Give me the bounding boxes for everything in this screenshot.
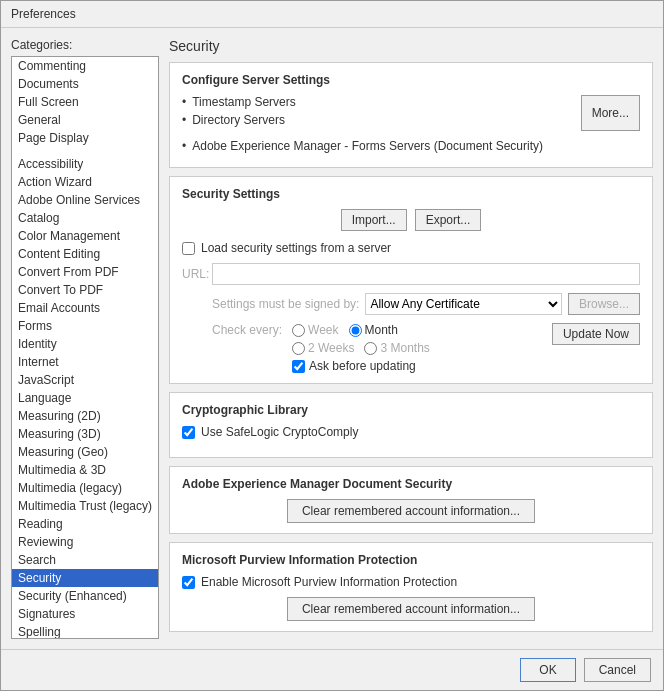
categories-label: Categories:	[11, 38, 159, 52]
export-button[interactable]: Export...	[415, 209, 482, 231]
sidebar-item-internet[interactable]: Internet	[12, 353, 158, 371]
dialog-footer: OK Cancel	[1, 649, 663, 690]
sidebar-item-reading[interactable]: Reading	[12, 515, 158, 533]
sidebar-item-measuringgeo[interactable]: Measuring (Geo)	[12, 443, 158, 461]
sidebar-item-javascript[interactable]: JavaScript	[12, 371, 158, 389]
sidebar-item-forms[interactable]: Forms	[12, 317, 158, 335]
directory-server-row: • Directory Servers	[182, 113, 581, 127]
threemonths-radio-label: 3 Months	[364, 341, 429, 355]
sidebar-item-pagedisplay[interactable]: Page Display	[12, 129, 158, 147]
sidebar-item-general[interactable]: General	[12, 111, 158, 129]
signed-by-select[interactable]: Allow Any Certificate	[365, 293, 562, 315]
microsoft-box-title: Microsoft Purview Information Protection	[182, 553, 640, 567]
month-radio-label: Month	[349, 323, 398, 337]
sidebar-item-actionwizard[interactable]: Action Wizard	[12, 173, 158, 191]
right-panel: Security Configure Server Settings • Tim…	[169, 38, 653, 639]
dialog-title: Preferences	[1, 1, 663, 28]
adobe-clear-button[interactable]: Clear remembered account information...	[287, 499, 535, 523]
sidebar-item-spelling[interactable]: Spelling	[12, 623, 158, 639]
categories-list: Commenting Documents Full Screen General…	[11, 56, 159, 639]
url-row: URL:	[182, 263, 640, 285]
sidebar-item-securityenhanced[interactable]: Security (Enhanced)	[12, 587, 158, 605]
ok-button[interactable]: OK	[520, 658, 575, 682]
adobe-forms-server-label: Adobe Experience Manager - Forms Servers…	[192, 139, 543, 153]
week-radio[interactable]	[292, 324, 305, 337]
sidebar-item-adobeonline[interactable]: Adobe Online Services	[12, 191, 158, 209]
directory-server-label: Directory Servers	[192, 113, 285, 127]
month-radio[interactable]	[349, 324, 362, 337]
bullet-icon3: •	[182, 139, 186, 153]
microsoft-clear-button[interactable]: Clear remembered account information...	[287, 597, 535, 621]
crypto-box: Cryptographic Library Use SafeLogic Cryp…	[169, 392, 653, 458]
sidebar-item-measuring3d[interactable]: Measuring (3D)	[12, 425, 158, 443]
sidebar-item-multimedia3d[interactable]: Multimedia & 3D	[12, 461, 158, 479]
signed-by-row: Settings must be signed by: Allow Any Ce…	[182, 293, 640, 315]
sidebar-item-emailaccounts[interactable]: Email Accounts	[12, 299, 158, 317]
load-checkbox-label: Load security settings from a server	[201, 241, 391, 255]
browse-button[interactable]: Browse...	[568, 293, 640, 315]
sidebar-item-fullscreen[interactable]: Full Screen	[12, 93, 158, 111]
ask-before-label: Ask before updating	[309, 359, 416, 373]
sidebar-item-converttopdf[interactable]: Convert To PDF	[12, 281, 158, 299]
section-title: Security	[169, 38, 653, 54]
safelogic-label: Use SafeLogic CryptoComply	[201, 425, 358, 439]
sidebar-item-identity[interactable]: Identity	[12, 335, 158, 353]
sidebar-item-security[interactable]: Security	[12, 569, 158, 587]
check-every-label: Check every:	[212, 323, 282, 337]
sidebar-item-commenting[interactable]: Commenting	[12, 57, 158, 75]
security-settings-box: Security Settings Import... Export... Lo…	[169, 176, 653, 384]
sidebar-item-measuring2d[interactable]: Measuring (2D)	[12, 407, 158, 425]
update-now-button[interactable]: Update Now	[552, 323, 640, 345]
timestamp-server-row: • Timestamp Servers	[182, 95, 581, 109]
adobe-box-title: Adobe Experience Manager Document Securi…	[182, 477, 640, 491]
sidebar-item-multimedialegacy[interactable]: Multimedia (legacy)	[12, 479, 158, 497]
timestamp-server-label: Timestamp Servers	[192, 95, 296, 109]
adobe-forms-server-row: • Adobe Experience Manager - Forms Serve…	[182, 139, 640, 153]
adobe-box: Adobe Experience Manager Document Securi…	[169, 466, 653, 534]
microsoft-box: Microsoft Purview Information Protection…	[169, 542, 653, 632]
left-panel: Categories: Commenting Documents Full Sc…	[11, 38, 159, 639]
twoweeks-radio[interactable]	[292, 342, 305, 355]
configure-server-box: Configure Server Settings • Timestamp Se…	[169, 62, 653, 168]
configure-server-title: Configure Server Settings	[182, 73, 640, 87]
sidebar-item-reviewing[interactable]: Reviewing	[12, 533, 158, 551]
enable-purview-checkbox[interactable]	[182, 576, 195, 589]
sidebar-item-search[interactable]: Search	[12, 551, 158, 569]
sidebar-item-accessibility[interactable]: Accessibility	[12, 155, 158, 173]
load-checkbox[interactable]	[182, 242, 195, 255]
import-button[interactable]: Import...	[341, 209, 407, 231]
twoweeks-radio-label: 2 Weeks	[292, 341, 354, 355]
sidebar-item-multimediatrust[interactable]: Multimedia Trust (legacy)	[12, 497, 158, 515]
ask-checkbox[interactable]	[292, 360, 305, 373]
crypto-title: Cryptographic Library	[182, 403, 640, 417]
safelogic-checkbox[interactable]	[182, 426, 195, 439]
bullet-icon2: •	[182, 113, 186, 127]
sidebar-item-language[interactable]: Language	[12, 389, 158, 407]
safelogic-checkbox-row: Use SafeLogic CryptoComply	[182, 425, 640, 439]
security-settings-title: Security Settings	[182, 187, 640, 201]
threemonths-radio[interactable]	[364, 342, 377, 355]
bullet-icon: •	[182, 95, 186, 109]
url-input[interactable]	[212, 263, 640, 285]
sidebar-item-colormanagement[interactable]: Color Management	[12, 227, 158, 245]
more-button[interactable]: More...	[581, 95, 640, 131]
sidebar-item-catalog[interactable]: Catalog	[12, 209, 158, 227]
sidebar-item-documents[interactable]: Documents	[12, 75, 158, 93]
enable-purview-row: Enable Microsoft Purview Information Pro…	[182, 575, 640, 589]
cat-divider1	[12, 147, 158, 155]
sidebar-item-contentediting[interactable]: Content Editing	[12, 245, 158, 263]
preferences-dialog: Preferences Categories: Commenting Docum…	[0, 0, 664, 691]
load-checkbox-row: Load security settings from a server	[182, 241, 640, 255]
sidebar-item-signatures[interactable]: Signatures	[12, 605, 158, 623]
url-label: URL:	[182, 267, 212, 281]
week-radio-label: Week	[292, 323, 338, 337]
signed-by-label: Settings must be signed by:	[182, 297, 359, 311]
cancel-button[interactable]: Cancel	[584, 658, 651, 682]
sidebar-item-convertfrompdf[interactable]: Convert From PDF	[12, 263, 158, 281]
enable-purview-label: Enable Microsoft Purview Information Pro…	[201, 575, 457, 589]
